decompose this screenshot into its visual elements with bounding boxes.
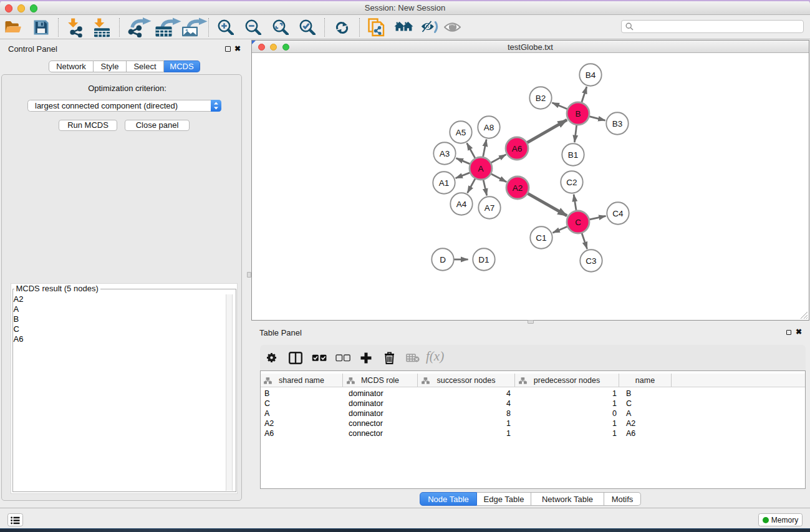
svg-text:C3: C3 — [586, 256, 596, 266]
svg-text:C1: C1 — [536, 233, 546, 243]
svg-text:A1: A1 — [439, 178, 450, 188]
svg-text:C: C — [575, 218, 581, 227]
svg-text:A8: A8 — [484, 123, 494, 132]
svg-text:A: A — [478, 164, 483, 173]
svg-text:A7: A7 — [485, 203, 495, 213]
svg-text:D1: D1 — [478, 255, 489, 264]
svg-text:A4: A4 — [456, 200, 467, 209]
svg-text:B1: B1 — [568, 150, 579, 160]
svg-text:A2: A2 — [513, 183, 523, 193]
svg-text:B4: B4 — [586, 70, 596, 80]
svg-text:D: D — [440, 255, 446, 264]
svg-text:A3: A3 — [440, 149, 450, 158]
svg-text:A5: A5 — [456, 128, 466, 137]
svg-text:C4: C4 — [612, 209, 624, 218]
svg-text:B3: B3 — [612, 119, 623, 128]
svg-text:A6: A6 — [512, 144, 523, 153]
svg-text:C2: C2 — [566, 178, 577, 187]
svg-text:B: B — [575, 109, 581, 118]
svg-text:B2: B2 — [536, 94, 546, 103]
